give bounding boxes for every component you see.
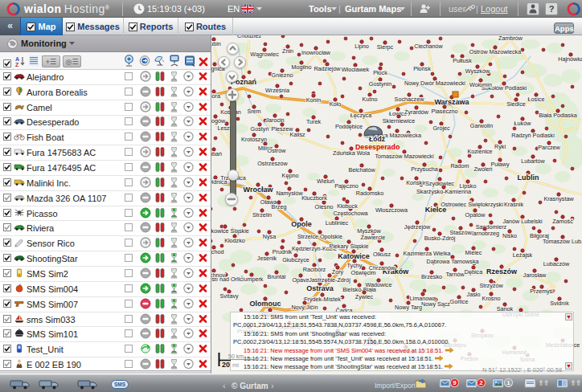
svg-text:Garwolin: Garwolin: [470, 122, 493, 129]
svg-text:Lipsko: Lipsko: [460, 182, 477, 190]
svg-text:Ostrów: Ostrów: [268, 147, 287, 154]
svg-text:Warszawa: Warszawa: [434, 98, 469, 106]
svg-text:Ostrzeszów: Ostrzeszów: [257, 160, 288, 167]
svg-text:Łęczyca: Łęczyca: [350, 112, 371, 119]
svg-text:Łuków: Łuków: [514, 120, 532, 127]
svg-text:Przysucha: Przysucha: [411, 165, 438, 173]
svg-text:Namysłów: Namysłów: [276, 190, 303, 197]
svg-text:Kluczbork: Kluczbork: [301, 194, 327, 202]
svg-text:Janów Lubelski: Janów Lubelski: [502, 218, 543, 225]
svg-text:Ryki: Ryki: [494, 143, 506, 150]
svg-text:Grójec: Grójec: [432, 125, 450, 132]
svg-text:Jasło: Jasło: [467, 291, 481, 298]
svg-text:Radzyń Podlaski: Radzyń Podlaski: [511, 132, 555, 139]
svg-text:Zambrów: Zambrów: [498, 35, 523, 42]
svg-text:Zawiercie: Zawiercie: [361, 234, 386, 241]
svg-text:Strzyżów: Strzyżów: [479, 282, 503, 289]
svg-text:Gostyń: Gostyń: [251, 125, 269, 133]
svg-text:Chodzież: Chodzież: [237, 35, 261, 39]
svg-text:Krotoszyn: Krotoszyn: [241, 136, 267, 143]
svg-text:Ostrowiec Świętokrzyski: Ostrowiec Świętokrzyski: [441, 201, 503, 208]
svg-text:Pajęczno: Pajęczno: [334, 182, 359, 190]
svg-text:Tomaszów Lub.: Tomaszów Lub.: [543, 238, 582, 245]
svg-text:Płock: Płock: [373, 69, 387, 76]
svg-text:Parczew: Parczew: [538, 144, 560, 151]
svg-text:Racibórz: Racibórz: [303, 266, 326, 273]
svg-text:Kłobuck: Kłobuck: [337, 202, 358, 210]
svg-text:Żyrardów: Żyrardów: [404, 108, 429, 116]
svg-text:Śrem: Śrem: [247, 108, 260, 115]
svg-text:Głogów: Głogów: [211, 117, 226, 125]
svg-text:Września: Września: [265, 87, 289, 94]
svg-text:Konin: Konin: [306, 96, 321, 104]
svg-text:Lubartów: Lubartów: [521, 157, 545, 165]
svg-text:Radom: Radom: [450, 162, 469, 169]
svg-text:Radomsko: Radomsko: [356, 190, 383, 197]
svg-text:Lubaczów: Lubaczów: [543, 260, 570, 267]
svg-text:Głubczyce: Głubczyce: [282, 256, 309, 263]
svg-text:20: 20: [222, 361, 230, 369]
svg-text:Jarosław: Jarosław: [523, 272, 547, 279]
svg-text:Żory: Żory: [332, 268, 344, 276]
svg-text:Krasnystaw: Krasnystaw: [543, 195, 574, 202]
svg-text:Nowy Dwór Mazowiecki: Nowy Dwór Mazowiecki: [404, 80, 465, 87]
svg-text:Kalisz: Kalisz: [289, 131, 305, 138]
svg-text:Żywiec: Żywiec: [355, 293, 374, 300]
svg-text:Tychy: Tychy: [347, 262, 363, 269]
svg-text:Bełchatów: Bełchatów: [348, 166, 375, 174]
svg-text:Tarnów: Tarnów: [445, 271, 465, 278]
svg-text:Biała Podlaska: Biała Podlaska: [539, 112, 577, 119]
svg-text:Łosice: Łosice: [528, 96, 545, 103]
svg-text:Rzeszów: Rzeszów: [486, 267, 518, 276]
svg-text:Nisko: Nisko: [502, 232, 517, 239]
svg-text:Nysa: Nysa: [263, 233, 276, 240]
svg-text:Płońsk: Płońsk: [413, 65, 431, 72]
svg-text:Kozienice: Kozienice: [467, 148, 492, 155]
svg-text:Bielsko-Biała: Bielsko-Biała: [342, 286, 376, 293]
svg-text:Myszków: Myszków: [357, 227, 381, 235]
svg-text:Lubin: Lubin: [211, 40, 221, 47]
svg-text:Dąbrowa Tarnowska: Dąbrowa Tarnowska: [427, 258, 479, 265]
svg-text:Kłodzko: Kłodzko: [224, 237, 245, 244]
svg-text:Wyszków: Wyszków: [465, 67, 490, 75]
svg-text:Jastrzębie-Zdrój: Jastrzębie-Zdrój: [309, 276, 350, 284]
svg-text:Inowrocław: Inowrocław: [301, 49, 331, 56]
svg-text:Żnin: Żnin: [282, 47, 293, 55]
svg-text:Ostrów Mazowiecka: Ostrów Mazowiecka: [469, 48, 521, 55]
svg-text:50 km: 50 km: [228, 353, 244, 359]
svg-text:A: A: [15, 56, 19, 62]
svg-text:Mogilno: Mogilno: [291, 63, 311, 71]
svg-text:Lubań: Lubań: [211, 150, 222, 157]
svg-text:Sochaczew: Sochaczew: [395, 96, 425, 103]
svg-text:Opatów: Opatów: [465, 211, 486, 218]
svg-text:Włoszczowa: Włoszczowa: [375, 206, 408, 214]
svg-text:Strzelce Opolskie: Strzelce Opolskie: [297, 233, 342, 240]
svg-text:Kępno: Kępno: [282, 172, 299, 179]
svg-text:Olesno: Olesno: [315, 203, 334, 210]
svg-text:Nový Jičín: Nový Jičín: [291, 304, 318, 311]
svg-text:Mielec: Mielec: [465, 249, 482, 256]
svg-text:Svidník: Svidník: [550, 300, 569, 307]
svg-text:Z: Z: [15, 62, 19, 67]
svg-text:Pułtusk: Pułtusk: [453, 57, 472, 64]
svg-text:Leżajsk: Leżajsk: [513, 251, 533, 259]
svg-text:Brzesko: Brzesko: [421, 273, 442, 280]
svg-text:Tomaszów Mazowiecki: Tomaszów Mazowiecki: [375, 153, 433, 160]
svg-text:Brzeg: Brzeg: [272, 203, 287, 210]
svg-text:Zamość: Zamość: [552, 218, 573, 225]
svg-text:Ciechanów: Ciechanów: [414, 43, 443, 50]
svg-text:Svitavy: Svitavy: [219, 292, 239, 300]
svg-text:Skierniewice: Skierniewice: [383, 117, 415, 125]
svg-text:Przemyśl: Przemyśl: [530, 288, 554, 295]
svg-text:Bruntál: Bruntál: [268, 273, 286, 280]
svg-text:Krosno: Krosno: [482, 295, 501, 302]
svg-text:Wrocław: Wrocław: [244, 186, 274, 194]
svg-text:Końskie: Końskie: [406, 179, 427, 186]
svg-text:Opava: Opava: [292, 276, 309, 284]
svg-text:Tarnobrzeg: Tarnobrzeg: [470, 230, 499, 237]
svg-text:Rychnov: Rychnov: [211, 272, 225, 279]
svg-text:Nowy Targ: Nowy Targ: [395, 304, 422, 311]
svg-text:Olomouc: Olomouc: [249, 300, 281, 308]
svg-text:mi: mi: [232, 361, 239, 369]
svg-text:Opole: Opole: [291, 220, 312, 228]
